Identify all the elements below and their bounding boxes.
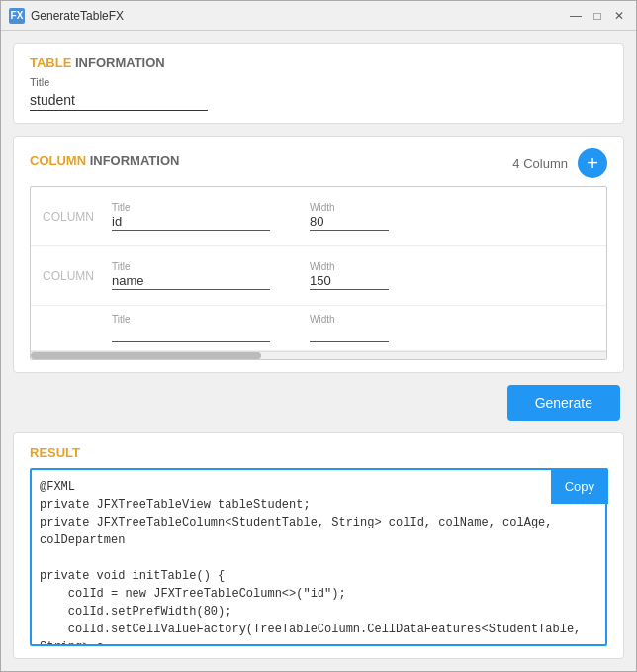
result-section: RESULT @FXML private JFXTreeTableView ta… (13, 432, 624, 659)
result-content: @FXML private JFXTreeTableView tableStud… (30, 468, 607, 646)
column-field-group: Title Width (112, 202, 594, 231)
content-area: TABLE INFORMATION Title COLUMN INFORMATI… (1, 31, 636, 671)
column-width-field: Width (310, 202, 389, 231)
column-info-header: COLUMN INFORMATION 4 Column + (30, 148, 607, 178)
column-row-label: COLUMN (43, 210, 112, 224)
column-title-field: Title (112, 202, 270, 231)
title-bar: FX GenerateTableFX — □ ✕ (1, 1, 636, 31)
column-count-label: 4 Column (512, 156, 568, 171)
column-title-input-3[interactable] (112, 325, 270, 342)
column-count-area: 4 Column + (512, 148, 607, 178)
column-info-section: COLUMN INFORMATION 4 Column + COLUMN Tit… (13, 136, 624, 373)
generate-button[interactable]: Generate (507, 385, 620, 421)
minimize-button[interactable]: — (567, 7, 585, 25)
app-icon: FX (9, 8, 25, 24)
result-title-highlight: RESULT (30, 445, 80, 460)
column-width-input-2[interactable] (310, 272, 389, 290)
column-row: COLUMN Title Width (31, 246, 606, 306)
column-row-fields: Title Width (112, 261, 594, 290)
column-width-label: Width (310, 261, 389, 272)
column-row: COLUMN Title Width (31, 187, 606, 246)
table-info-title-normal: INFORMATION (71, 55, 164, 70)
title-field-label: Title (30, 76, 607, 88)
column-width-label: Width (310, 314, 389, 325)
table-info-title: TABLE INFORMATION (30, 55, 607, 70)
column-info-title-normal: INFORMATION (86, 153, 179, 168)
column-title-label: Title (112, 314, 270, 325)
table-info-title-highlight: TABLE (30, 55, 71, 70)
horizontal-scrollbar[interactable] (31, 351, 606, 359)
column-title-input-1[interactable] (112, 213, 270, 231)
column-row-label: COLUMN (43, 269, 112, 283)
column-title-label: Title (112, 261, 270, 272)
column-width-field: Width (310, 261, 389, 290)
table-info-section: TABLE INFORMATION Title (13, 43, 624, 124)
scrollbar-thumb (31, 352, 261, 359)
column-info-title-highlight: COLUMN (30, 153, 86, 168)
result-title: RESULT (30, 445, 607, 460)
close-button[interactable]: ✕ (610, 7, 628, 25)
window-controls: — □ ✕ (567, 7, 628, 25)
column-title-field: Title (112, 261, 270, 290)
add-column-button[interactable]: + (578, 148, 607, 178)
column-width-label: Width (310, 202, 389, 213)
column-title-field: Title (112, 314, 270, 342)
app-icon-label: FX (11, 10, 24, 21)
column-width-input-1[interactable] (310, 213, 389, 231)
column-row-fields: Title Width (112, 202, 594, 231)
column-info-title: COLUMN INFORMATION (30, 153, 179, 168)
window-title: GenerateTableFX (31, 9, 567, 23)
column-field-group: Title Width (112, 314, 594, 342)
column-title-label: Title (112, 202, 270, 213)
column-width-field: Width (310, 314, 389, 342)
column-width-input-3[interactable] (310, 325, 389, 342)
columns-container[interactable]: COLUMN Title Width (30, 186, 607, 360)
column-field-group: Title Width (112, 261, 594, 290)
maximize-button[interactable]: □ (589, 7, 606, 25)
result-textarea[interactable]: @FXML private JFXTreeTableView tableStud… (30, 468, 607, 646)
main-window: FX GenerateTableFX — □ ✕ TABLE INFORMATI… (0, 0, 637, 672)
copy-button[interactable]: Copy (551, 468, 608, 504)
actions-row: Generate (13, 385, 624, 421)
title-input[interactable] (30, 90, 208, 111)
column-row-fields: Title Width (112, 314, 594, 342)
column-title-input-2[interactable] (112, 272, 270, 290)
column-row: Title Width (31, 306, 606, 351)
